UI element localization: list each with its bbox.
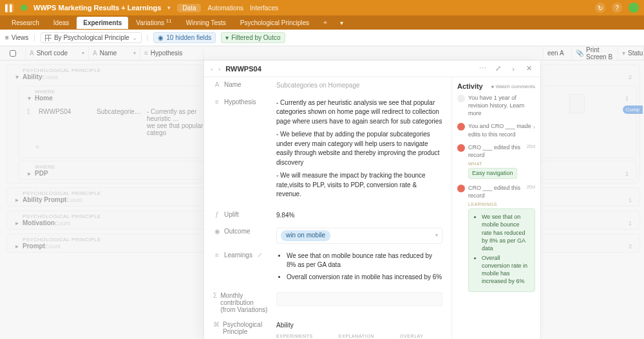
record-title: RWWPS04: [225, 65, 261, 73]
outcome-select[interactable]: win on mobile ▾: [276, 228, 442, 244]
activity-learnings-box: We see that on mobile bounce rate has re…: [468, 208, 535, 291]
close-icon[interactable]: ✕: [524, 64, 534, 74]
grid-icon: [45, 35, 52, 41]
col-seen-a[interactable]: een A: [544, 46, 572, 60]
record-detail-panel: ‹ › RWWPS04 ⋯ ⤢ › ✕ AName Subcategories …: [204, 60, 541, 339]
activity-event[interactable]: You and CRO ___ made edits to this recor…: [468, 122, 535, 138]
text-icon: A: [93, 50, 97, 57]
attachment-icon: 📎: [576, 50, 583, 57]
view-picker[interactable]: By Psychological Principle ⌄: [41, 32, 142, 43]
avatar: [457, 185, 465, 192]
filter-chip[interactable]: ▾Filtered by Outco: [221, 32, 285, 43]
table-tabs-dropdown[interactable]: ▾: [335, 19, 348, 26]
outcome-tag: win on mobile: [281, 230, 330, 241]
watch-comments[interactable]: ● Watch comments: [491, 84, 535, 89]
tab-automations[interactable]: Automations: [207, 5, 243, 12]
table-tab-variations[interactable]: Variations 11: [129, 15, 178, 29]
field-label: Psychological Principle: [223, 321, 269, 339]
field-label: Outcome: [224, 228, 251, 244]
chevron-right-icon[interactable]: ›: [533, 124, 535, 131]
next-pane-icon[interactable]: ›: [508, 64, 518, 74]
field-learnings-value[interactable]: We see that on mobile bounce rate has re…: [276, 252, 442, 285]
app-logo[interactable]: ▌▌: [5, 3, 14, 12]
prev-record-icon[interactable]: ‹: [211, 65, 213, 73]
select-all-checkbox[interactable]: [10, 50, 16, 57]
chevron-down-icon[interactable]: ▾: [167, 5, 171, 11]
expand-field-icon[interactable]: ⤢: [257, 252, 262, 285]
col-hypothesis[interactable]: ≡Hypothesis: [140, 46, 204, 60]
field-label: Learnings: [224, 252, 252, 285]
tab-data[interactable]: Data: [177, 4, 201, 12]
field-hypothesis-value[interactable]: - Currently as per heuristic analysis we…: [276, 98, 442, 203]
views-button[interactable]: ≡Views: [5, 34, 28, 41]
longtext-icon: ≡: [213, 98, 221, 203]
add-table-button[interactable]: ＋: [317, 18, 334, 27]
field-label: Name: [224, 81, 242, 91]
avatar: [457, 123, 465, 131]
text-icon: A: [213, 81, 221, 91]
text-icon: A: [30, 50, 34, 57]
more-icon[interactable]: ⋯: [477, 64, 488, 74]
field-uplift-value: 9.84%: [276, 211, 442, 221]
longtext-icon: ≡: [144, 50, 148, 57]
funnel-icon: ▾: [225, 34, 229, 41]
clock-icon: [457, 95, 465, 102]
col-print-b[interactable]: 📎Print Screen B: [572, 46, 618, 60]
expand-icon[interactable]: ⤢: [493, 64, 503, 74]
table-tab-experiments[interactable]: Experiments: [77, 17, 128, 29]
linked-record-block[interactable]: Ability EXPERIMENTS EXPLANATION OVERLAY …: [276, 321, 442, 339]
table-tab-principles[interactable]: Psychological Principles: [234, 17, 316, 29]
col-status[interactable]: ▾Statu: [618, 46, 644, 60]
next-record-icon[interactable]: ›: [218, 65, 221, 73]
activity-when: 20d: [527, 143, 535, 149]
link-icon: ⌘: [213, 321, 220, 339]
help-icon[interactable]: ?: [612, 3, 622, 13]
avatar[interactable]: [629, 3, 639, 13]
activity-block-label: WHAT: [468, 161, 535, 167]
avatar: [457, 144, 465, 152]
longtext-icon: ≡: [213, 252, 221, 285]
chevron-down-icon: ▾: [435, 232, 438, 239]
select-icon: ▾: [622, 50, 625, 57]
table-tab-research[interactable]: Research: [5, 17, 46, 29]
activity-what-chip: Easy navigation: [468, 168, 517, 178]
activity-info: You have 1 year of revision history. Lea…: [468, 94, 535, 117]
field-name-value[interactable]: Subcategories on Homepage: [276, 81, 442, 91]
table-tab-winning[interactable]: Winning Tests: [180, 17, 232, 29]
col-short-code[interactable]: AShort code▾: [26, 46, 89, 60]
history-icon[interactable]: ↻: [595, 3, 605, 13]
col-name[interactable]: AName▾: [89, 46, 140, 60]
monthly-value-empty[interactable]: [276, 292, 442, 306]
hidden-fields-chip[interactable]: ◉10 hidden fields: [153, 32, 216, 43]
menu-icon: ≡: [5, 34, 9, 41]
activity-event: CRO ___ edited this record: [468, 143, 535, 159]
activity-when: 20d: [527, 184, 535, 190]
eye-off-icon: ◉: [158, 34, 164, 41]
activity-title: Activity: [457, 82, 483, 90]
field-label: Hypothesis: [224, 98, 256, 203]
base-color-dot: [21, 5, 27, 11]
base-title[interactable]: WWPS Marketing Results + Learnings: [33, 4, 161, 12]
activity-block-label: LEARNINGS: [468, 201, 535, 207]
activity-event: CRO ___ edited this record: [468, 184, 535, 199]
field-label: Monthly contribution (from Variations): [220, 292, 269, 313]
rollup-icon: Σ: [213, 292, 217, 313]
field-label: Uplift: [224, 211, 239, 221]
tab-interfaces[interactable]: Interfaces: [250, 5, 278, 12]
table-tab-ideas[interactable]: Ideas: [47, 17, 75, 29]
formula-icon: ƒ: [213, 211, 221, 221]
select-icon: ◉: [213, 228, 221, 244]
